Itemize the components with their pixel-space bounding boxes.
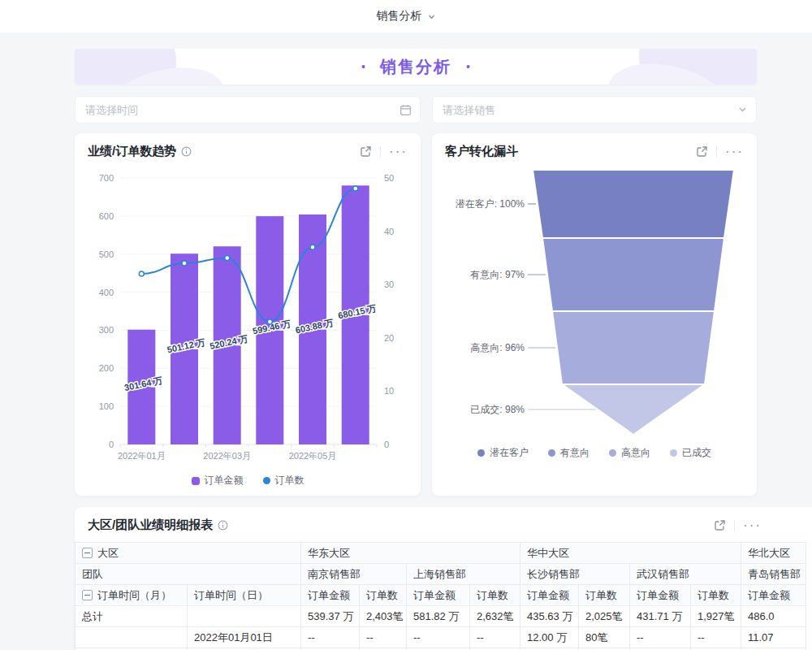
- funnel-stage: [542, 238, 724, 311]
- funnel-label: 有意向: 97%: [469, 269, 525, 280]
- svg-text:700: 700: [99, 173, 114, 183]
- time-filter-input[interactable]: [75, 96, 421, 124]
- svg-text:0: 0: [384, 440, 389, 449]
- day-cell: [188, 606, 301, 627]
- legend-marker: [670, 449, 677, 457]
- trend-legend: 订单金额订单数: [75, 474, 421, 488]
- day-cell: 2022年01月01日: [188, 627, 301, 648]
- export-icon[interactable]: [714, 519, 726, 531]
- more-menu-icon[interactable]: ···: [725, 148, 744, 156]
- team-header-cell: 团队: [76, 564, 301, 585]
- detail-table: 大区华东大区华中大区华北大区团队南京销售部上海销售部长沙销售部武汉销售部青岛销售…: [75, 542, 806, 650]
- divider: [734, 520, 735, 531]
- line-point: [139, 271, 144, 276]
- team-cell: 上海销售部: [407, 564, 520, 585]
- value-cell: --: [691, 627, 741, 648]
- value-cell: 2,025笔: [579, 606, 630, 627]
- funnel-stage: [552, 311, 715, 384]
- banner-dot-left: •: [361, 60, 365, 73]
- value-cell: 1,927笔: [691, 606, 741, 627]
- legend-item[interactable]: 订单金额: [192, 474, 244, 488]
- detail-table-card: 大区/团队业绩明细报表 ··· 大区华东大区华中大区华北大区团队南京销售部上海销…: [75, 507, 812, 650]
- svg-text:500: 500: [99, 249, 114, 259]
- value-cell: --: [301, 627, 360, 648]
- more-menu-icon[interactable]: ···: [389, 148, 408, 156]
- table-row: 总计539.37 万2,403笔581.82 万2,632笔435.63 万2,…: [76, 606, 806, 627]
- svg-text:0: 0: [109, 440, 114, 449]
- month-cell: [76, 627, 188, 648]
- funnel-card-title: 客户转化漏斗: [445, 144, 518, 159]
- value-cell: 431.71 万: [630, 606, 691, 627]
- legend-item[interactable]: 有意向: [548, 446, 590, 460]
- more-menu-icon[interactable]: ···: [743, 522, 762, 530]
- value-cell: 581.82 万: [407, 606, 470, 627]
- legend-marker: [548, 449, 555, 457]
- legend-item[interactable]: 订单数: [263, 474, 304, 488]
- line-point: [310, 245, 315, 249]
- charts-row: 业绩/订单数趋势 ··· 010020030040050060070001020…: [75, 133, 812, 496]
- collapse-icon[interactable]: [82, 548, 93, 558]
- svg-text:20: 20: [384, 333, 394, 343]
- table-header-teams: 团队南京销售部上海销售部长沙销售部武汉销售部青岛销售部: [76, 564, 806, 585]
- region-cell: 华北大区: [741, 543, 806, 564]
- value-cell: 2,403笔: [360, 606, 407, 627]
- legend-item[interactable]: 高意向: [609, 446, 650, 460]
- collapse-icon[interactable]: [82, 590, 93, 600]
- legend-item[interactable]: 已成交: [670, 446, 711, 460]
- svg-text:30: 30: [384, 280, 394, 289]
- svg-text:200: 200: [99, 363, 114, 373]
- value-cell: 486.0: [741, 606, 806, 627]
- legend-marker: [192, 477, 200, 485]
- topbar-title-text: 销售分析: [377, 9, 422, 24]
- value-cell: 11.07: [741, 627, 806, 648]
- svg-text:600: 600: [99, 211, 114, 221]
- export-icon[interactable]: [360, 145, 372, 158]
- funnel-legend: 潜在客户有意向高意向已成交: [432, 446, 757, 460]
- metric-amount-cell: 订单金额: [630, 585, 691, 606]
- dashboard-page: • 销售分析 • 业绩/订单数趋势: [0, 32, 812, 650]
- banner-dot-right: •: [466, 60, 470, 73]
- value-cell: 435.63 万: [520, 606, 579, 627]
- team-cell: 武汉销售部: [630, 564, 741, 585]
- line-point: [353, 186, 358, 191]
- svg-text:40: 40: [384, 227, 394, 236]
- trend-card-title: 业绩/订单数趋势: [88, 144, 176, 159]
- legend-item[interactable]: 潜在客户: [477, 446, 529, 460]
- metric-count-cell: 订单数: [360, 585, 407, 606]
- team-cell: 南京销售部: [301, 564, 407, 585]
- funnel-label: 高意向: 96%: [470, 342, 525, 353]
- divider: [716, 146, 717, 158]
- legend-marker: [609, 449, 616, 457]
- svg-text:2022年05月: 2022年05月: [289, 451, 337, 461]
- topbar: 销售分析: [0, 0, 812, 32]
- page-title-dropdown[interactable]: 销售分析: [377, 9, 436, 24]
- region-cell: 华东大区: [301, 543, 520, 564]
- svg-text:400: 400: [99, 288, 114, 297]
- export-icon[interactable]: [696, 145, 708, 158]
- legend-marker: [263, 477, 270, 484]
- value-cell: 539.37 万: [301, 606, 360, 627]
- funnel-label: 已成交: 98%: [470, 404, 525, 415]
- legend-marker: [477, 449, 485, 457]
- trend-bar-line-chart: 010020030040050060070001020304050301.64 …: [88, 167, 408, 470]
- sales-filter-select[interactable]: [432, 96, 757, 124]
- table-card-title: 大区/团队业绩明细报表: [88, 518, 213, 533]
- funnel-chart: 潜在客户: 100%有意向: 97%高意向: 96%已成交: 98%: [445, 167, 744, 443]
- funnel-label: 潜在客户: 100%: [456, 198, 525, 210]
- line-point: [182, 261, 187, 266]
- table-row: 2022年01月01日--------12.00 万80笔----11.07: [76, 627, 806, 648]
- metric-amount-cell: 订单金额: [741, 585, 806, 606]
- value-cell: --: [360, 627, 407, 648]
- trend-card: 业绩/订单数趋势 ··· 010020030040050060070001020…: [75, 133, 421, 496]
- metric-amount-cell: 订单金额: [301, 585, 360, 606]
- info-icon[interactable]: [218, 520, 228, 531]
- value-cell: 12.00 万: [520, 627, 579, 648]
- line-point: [267, 319, 272, 324]
- value-cell: --: [470, 627, 520, 648]
- value-cell: 2,632笔: [470, 606, 520, 627]
- metric-count-cell: 订单数: [691, 585, 741, 606]
- line-point: [225, 255, 230, 260]
- svg-text:100: 100: [99, 401, 114, 411]
- filter-bar: [75, 96, 812, 124]
- info-icon[interactable]: [181, 146, 192, 157]
